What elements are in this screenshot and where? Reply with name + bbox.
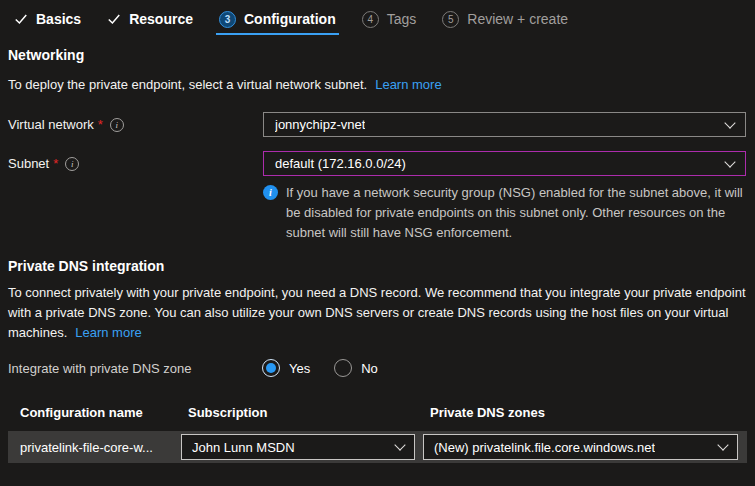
subnet-label: Subnet * <box>8 151 79 176</box>
nsg-info-text: If you have a network security group (NS… <box>286 183 747 243</box>
networking-description: To deploy the private endpoint, select a… <box>8 75 442 95</box>
selected-value: jonnychipz-vnet <box>275 117 365 132</box>
radio-selected-icon <box>262 359 280 377</box>
configuration-name-cell: privatelink-file-core-w... <box>20 431 178 463</box>
chevron-down-icon <box>724 156 735 167</box>
virtual-network-select[interactable]: jonnychipz-vnet <box>263 112 746 137</box>
checkmark-icon <box>14 12 28 26</box>
private-dns-heading: Private DNS integration <box>8 258 164 274</box>
table-row: privatelink-file-core-w... John Lunn MSD… <box>8 431 747 463</box>
nsg-info-message: If you have a network security group (NS… <box>263 183 747 243</box>
info-filled-icon <box>263 185 278 200</box>
private-endpoint-configuration-page: Basics Resource 3 Configuration 4 Tags 5… <box>0 0 755 486</box>
label-text: Subnet <box>8 156 49 171</box>
wizard-tabs: Basics Resource 3 Configuration 4 Tags 5… <box>14 7 568 31</box>
column-header-private-dns-zones: Private DNS zones <box>430 405 545 420</box>
info-icon[interactable] <box>110 118 124 132</box>
radio-unselected-icon <box>334 359 352 377</box>
chevron-down-icon <box>717 439 728 450</box>
selected-value: (New) privatelink.file.core.windows.net <box>434 440 655 455</box>
step-number-badge: 4 <box>362 11 379 28</box>
column-header-subscription: Subscription <box>188 405 267 420</box>
selected-value: John Lunn MSDN <box>192 440 295 455</box>
radio-no[interactable]: No <box>334 359 378 377</box>
tab-label: Review + create <box>467 11 568 27</box>
integrate-dns-label: Integrate with private DNS zone <box>8 356 192 381</box>
radio-label: No <box>361 361 378 376</box>
dns-zone-radio-group: Yes No <box>262 356 378 380</box>
networking-heading: Networking <box>8 47 84 63</box>
chevron-down-icon <box>724 117 735 128</box>
tab-label: Tags <box>387 11 417 27</box>
virtual-network-label: Virtual network * <box>8 112 124 137</box>
column-header-configuration-name: Configuration name <box>20 405 143 420</box>
info-icon[interactable] <box>65 157 79 171</box>
required-marker: * <box>53 156 58 171</box>
step-number-badge: 5 <box>442 11 459 28</box>
tab-configuration[interactable]: 3 Configuration <box>219 11 336 28</box>
radio-yes[interactable]: Yes <box>262 359 310 377</box>
tab-label: Basics <box>36 11 81 27</box>
description-text: To deploy the private endpoint, select a… <box>8 77 367 92</box>
tab-label: Configuration <box>244 11 336 27</box>
subscription-select[interactable]: John Lunn MSDN <box>181 434 415 460</box>
active-tab-underline <box>216 33 339 35</box>
subnet-select[interactable]: default (172.16.0.0/24) <box>263 151 746 176</box>
tab-label: Resource <box>129 11 193 27</box>
radio-label: Yes <box>289 361 310 376</box>
tab-resource[interactable]: Resource <box>107 11 193 27</box>
learn-more-link[interactable]: Learn more <box>375 77 441 92</box>
label-text: Virtual network <box>8 117 94 132</box>
step-number-badge: 3 <box>219 11 236 28</box>
required-marker: * <box>98 117 103 132</box>
tab-tags[interactable]: 4 Tags <box>362 11 417 28</box>
tab-review-create[interactable]: 5 Review + create <box>442 11 568 28</box>
tab-basics[interactable]: Basics <box>14 11 81 27</box>
chevron-down-icon <box>394 439 405 450</box>
selected-value: default (172.16.0.0/24) <box>275 156 406 171</box>
checkmark-icon <box>107 12 121 26</box>
private-dns-description: To connect privately with your private e… <box>8 283 753 343</box>
learn-more-link[interactable]: Learn more <box>75 325 141 340</box>
private-dns-zone-select[interactable]: (New) privatelink.file.core.windows.net <box>423 434 738 460</box>
